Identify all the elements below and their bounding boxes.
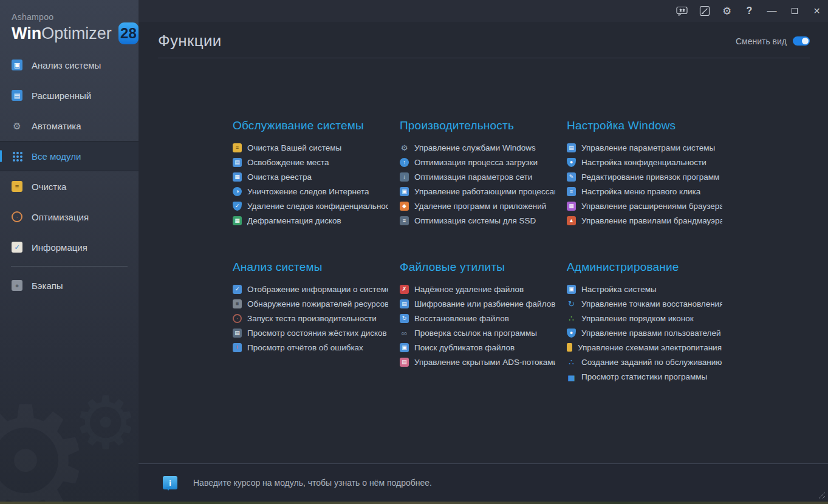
module-item[interactable]: ▣ Управление работающими процессами [400, 184, 555, 199]
firewall-icon: ▲ [567, 216, 576, 225]
icon-saver-icon: ∴ [567, 314, 576, 323]
module-group: Файловые утилиты ✗ Надёжное удаление фай… [400, 261, 567, 369]
module-item[interactable]: ≡ Очистка Вашей системы [233, 140, 388, 155]
module-item[interactable]: ● Настройка конфиденциальности [567, 155, 722, 169]
sidebar-item-cleaning[interactable]: ≡ Очистка [0, 171, 139, 202]
module-list: ⚙ Управление службами Windows ↑ Оптимиза… [400, 140, 567, 228]
sidebar-item-optimization[interactable]: · Оптимизация [0, 202, 139, 232]
undeleter-icon: ↻ [400, 314, 409, 323]
module-item[interactable]: ✓ Удаление следов конфиденциальности [233, 199, 388, 213]
minimize-button[interactable]: — [761, 0, 783, 22]
module-item[interactable]: ✎ Редактирование привязок программ [567, 169, 722, 184]
info-text: Наведите курсор на модуль, чтобы узнать … [193, 478, 432, 488]
module-item[interactable]: ▣ Поиск дубликатов файлов [400, 340, 555, 355]
module-item[interactable]: ▲ Управление правилами брандмауэра [567, 213, 722, 228]
module-item[interactable]: ∴ Создание заданий по обслуживанию [567, 355, 722, 369]
module-item[interactable]: ✓ Отображение информации о системе [233, 282, 388, 296]
feedback-button[interactable] [671, 0, 693, 22]
close-button[interactable]: ✕ [806, 0, 828, 22]
module-item[interactable]: ↓ Оптимизация параметров сети [400, 169, 555, 184]
sidebar-item-all-modules[interactable]: Все модули [0, 141, 139, 171]
module-item[interactable]: ▤ Освобождение места [233, 155, 388, 169]
module-item[interactable]: ▅ Просмотр статистики программы [567, 369, 722, 384]
module-item[interactable]: ▦ Управление расширениями браузера [567, 199, 722, 213]
optimization-icon: · [12, 211, 22, 222]
module-label: Поиск дубликатов файлов [414, 343, 515, 352]
group-title: Анализ системы [233, 261, 400, 274]
module-item[interactable]: ▦ Очистка реестра [233, 169, 388, 184]
module-item[interactable]: ◆ Удаление программ и приложений [400, 199, 555, 213]
module-item[interactable]: ! Просмотр отчётов об ошибках [233, 340, 388, 355]
group-title: Администрирование [567, 261, 734, 274]
main-area: ⚙ ? — ✕ Функции Сменить вид Обслу [139, 0, 828, 502]
module-item[interactable]: · Запуск теста производительности [233, 311, 388, 325]
sidebar-item-label: Автоматика [32, 121, 81, 131]
sidebar-item-automation[interactable]: ⚙ Автоматика [0, 111, 139, 141]
module-item[interactable]: ▤ Шифрование или разбиение файлов [400, 296, 555, 311]
system-tweaks-icon: ▣ [567, 285, 576, 294]
sidebar-item-label: Бэкапы [32, 281, 63, 291]
maximize-button[interactable] [783, 0, 806, 22]
internet-tuner-icon: ↓ [400, 172, 409, 182]
sidebar-item-label: Расширенный [32, 90, 91, 101]
module-item[interactable]: ▤ Просмотр состояния жёстких дисков [233, 325, 388, 340]
error-reports-icon: ! [233, 343, 242, 352]
module-item[interactable]: ⚙ Управление службами Windows [400, 140, 555, 155]
sidebar-item-system-analysis[interactable]: ▣ Анализ системы [0, 50, 139, 80]
module-label: Создание заданий по обслуживанию [581, 358, 722, 367]
module-item[interactable]: ∴ Управление порядком иконок [567, 311, 722, 325]
module-item[interactable]: ≡ Настройка меню правого клика [567, 184, 722, 199]
context-menu-icon: ≡ [567, 187, 576, 196]
benchmark-icon: · [233, 314, 242, 323]
module-list: ✗ Надёжное удаление файлов ▤ Шифрование … [400, 282, 567, 369]
product-name-light: Optimizer [41, 24, 112, 43]
module-item[interactable]: ✗ Надёжное удаление файлов [400, 282, 555, 296]
help-button[interactable]: ? [738, 0, 761, 22]
info-icon: i [163, 476, 177, 489]
sidebar: Ashampoo Win Optimizer 28 ▣ Анализ систе… [0, 0, 139, 502]
duplicate-finder-icon: ▣ [400, 343, 409, 352]
module-item[interactable]: ↻ Управление точками восстановления [567, 296, 722, 311]
module-label: Управление скрытыми ADS-потоками [414, 358, 555, 367]
help-icon: ? [747, 5, 753, 16]
annotate-button[interactable] [693, 0, 716, 22]
resize-grip[interactable] [817, 491, 825, 499]
module-item[interactable]: ▣ Настройка системы [567, 282, 722, 296]
module-item[interactable]: ▦ Дефрагментация дисков [233, 213, 388, 228]
module-item[interactable]: Управление схемами электропитания [567, 340, 722, 355]
module-label: Редактирование привязок программ [581, 172, 719, 182]
module-item[interactable]: ≡ Оптимизация системы для SSD [400, 213, 555, 228]
sidebar-item-backups[interactable]: ● Бэкапы [0, 270, 139, 301]
module-label: Управление правилами брандмауэра [581, 216, 722, 225]
ads-scanner-icon: ▤ [400, 358, 409, 367]
system-information-icon: ✓ [233, 285, 242, 294]
module-label: Оптимизация процесса загрузки [414, 158, 538, 167]
close-icon: ✕ [813, 6, 821, 16]
module-group: Обслуживание системы ≡ Очистка Вашей сис… [233, 119, 400, 228]
automation-icon: ⚙ [12, 120, 22, 131]
module-groups-grid: Обслуживание системы ≡ Очистка Вашей сис… [233, 119, 734, 384]
module-item[interactable]: ▤ Управление параметрами системы [567, 140, 722, 155]
module-item[interactable]: ∞ Проверка ссылок на программы [400, 325, 555, 340]
file-wiper-icon: ✗ [400, 285, 409, 294]
module-label: Управление правами пользователей [581, 329, 720, 338]
module-item[interactable]: ↑ Оптимизация процесса загрузки [400, 155, 555, 169]
sidebar-item-advanced-view[interactable]: ▤ Расширенный [0, 80, 139, 111]
module-item[interactable]: ▤ Управление скрытыми ADS-потоками [400, 355, 555, 369]
statistics-icon: ▅ [567, 372, 576, 381]
module-item[interactable]: ↻ Восстановление файлов [400, 311, 555, 325]
module-item[interactable]: ◑ Уничтожение следов Интернета [233, 184, 388, 199]
module-item[interactable]: ● Управление правами пользователей [567, 325, 722, 340]
process-manager-icon: ▣ [400, 187, 409, 196]
services-icon: ⚙ [400, 143, 409, 152]
settings-button[interactable]: ⚙ [716, 0, 738, 22]
module-label: Управление параметрами системы [581, 143, 715, 152]
change-view-label: Сменить вид [736, 36, 787, 46]
module-item[interactable]: ■ Обнаружение пожирателей ресурсов [233, 296, 388, 311]
sidebar-item-information[interactable]: ✓ Информация [0, 232, 139, 262]
group-title: Обслуживание системы [233, 119, 400, 132]
defrag-icon: ▦ [233, 216, 242, 225]
power-manager-icon [567, 343, 572, 352]
change-view-toggle[interactable] [793, 36, 810, 46]
product-name-bold: Win [12, 24, 41, 43]
